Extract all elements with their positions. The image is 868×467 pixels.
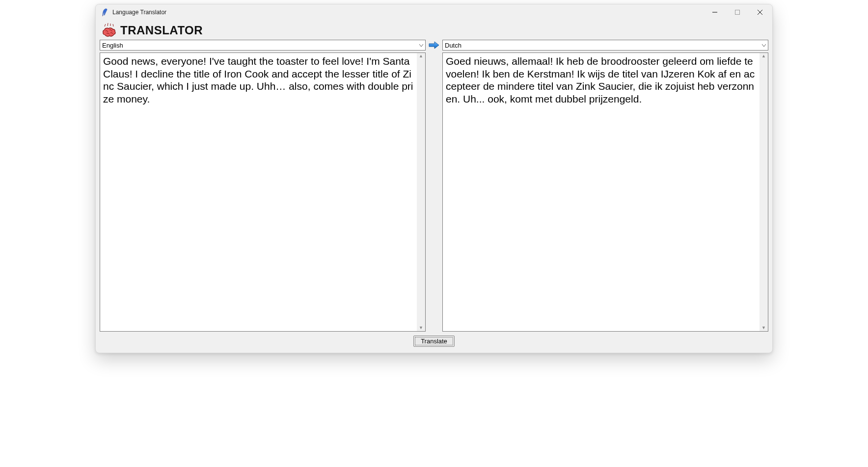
- svg-line-4: [113, 24, 113, 26]
- brain-icon: [101, 23, 117, 38]
- source-scrollbar[interactable]: ▲ ▼: [417, 53, 425, 331]
- close-button[interactable]: [749, 5, 771, 20]
- content-area: TRANSLATOR English: [96, 20, 772, 353]
- header: TRANSLATOR: [100, 22, 768, 40]
- minimize-button[interactable]: [704, 5, 726, 20]
- target-pane: ▲ ▼: [442, 52, 768, 332]
- translate-button[interactable]: Translate: [413, 336, 455, 347]
- app-window: Language Translator: [95, 4, 773, 353]
- chevron-down-icon: [762, 43, 766, 48]
- source-pane: ▲ ▼: [100, 52, 426, 332]
- source-language-value: English: [102, 42, 123, 49]
- source-text-input[interactable]: [100, 53, 417, 331]
- footer: Translate: [100, 332, 768, 348]
- scroll-up-icon: ▲: [419, 54, 423, 58]
- window-controls: [704, 5, 771, 20]
- target-text-output[interactable]: [443, 53, 760, 331]
- language-selector-row: English Dutch: [100, 40, 768, 51]
- scroll-down-icon: ▼: [419, 326, 423, 330]
- text-panes: ▲ ▼ ▲ ▼: [100, 52, 768, 332]
- target-scrollbar[interactable]: ▲ ▼: [760, 53, 768, 331]
- svg-line-2: [108, 23, 108, 26]
- direction-arrow-icon: [428, 40, 440, 51]
- svg-line-1: [105, 24, 106, 26]
- scroll-up-icon: ▲: [761, 54, 766, 58]
- source-language-select[interactable]: English: [100, 40, 426, 51]
- scroll-down-icon: ▼: [761, 326, 766, 330]
- chevron-down-icon: [419, 43, 423, 48]
- target-language-value: Dutch: [445, 42, 461, 49]
- app-title: TRANSLATOR: [120, 24, 203, 37]
- svg-rect-0: [735, 10, 740, 15]
- titlebar: Language Translator: [96, 4, 772, 20]
- maximize-button[interactable]: [726, 5, 749, 20]
- target-language-select[interactable]: Dutch: [442, 40, 768, 51]
- app-feather-icon: [101, 8, 108, 16]
- window-title: Language Translator: [112, 9, 166, 16]
